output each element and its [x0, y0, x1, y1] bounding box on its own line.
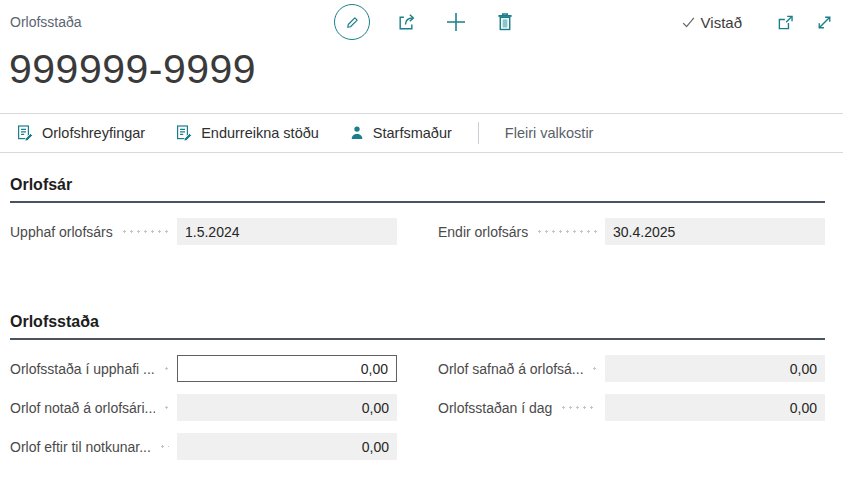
pop-out-icon	[776, 13, 795, 32]
toolbar-item-label: Endurreikna stöðu	[201, 125, 319, 141]
field-label: Orlof safnað á orlofsá...	[438, 361, 583, 377]
section-fields: Orlofsstaða í upphafi ... Orlof notað á …	[10, 355, 825, 472]
action-toolbar: Orlofshreyfingar Endurreikna stöðu Starf…	[0, 113, 843, 153]
edit-button[interactable]	[334, 4, 370, 40]
page-caption: Orlofsstaða	[10, 14, 82, 30]
plus-icon	[444, 10, 468, 34]
share-button[interactable]	[396, 11, 418, 33]
dotted-leader	[159, 445, 169, 448]
page-header: Orlofsstaða	[0, 0, 850, 44]
expand-icon	[815, 13, 834, 32]
document-edit-icon	[16, 124, 34, 142]
dotted-leader	[591, 367, 597, 370]
field-label: Orlofsstaða í upphafi ...	[10, 361, 155, 377]
header-right-controls: Vistað	[681, 13, 834, 32]
open-in-window-button[interactable]	[776, 13, 795, 32]
header-action-bar	[334, 4, 516, 40]
field-label: Endir orlofsárs	[438, 224, 528, 240]
dotted-leader	[163, 406, 169, 409]
toolbar-item-orlofshreyfingar[interactable]: Orlofshreyfingar	[16, 124, 145, 142]
toolbar-divider	[478, 122, 479, 144]
field-orlof-eftir: Orlof eftir til notkunar...	[10, 433, 397, 460]
section-orlofsstada: Orlofsstaða Orlofsstaða í upphafi ... Or…	[10, 313, 825, 472]
endir-orlofsars-input	[605, 218, 825, 245]
orlofsstada-card-page: Orlofsstaða	[0, 0, 850, 486]
delete-button[interactable]	[494, 11, 516, 33]
section-fields: Upphaf orlofsárs Endir orlofsárs	[10, 218, 825, 257]
section-heading[interactable]: Orlofsár	[10, 176, 825, 203]
field-orlof-notad: Orlof notað á orlofsári...	[10, 394, 397, 421]
person-icon	[349, 125, 365, 141]
field-label: Orlof notað á orlofsári...	[10, 400, 155, 416]
field-upphaf-orlofsars: Upphaf orlofsárs	[10, 218, 397, 245]
orlof-notad-input	[177, 394, 397, 421]
dotted-leader	[536, 230, 597, 233]
orlof-safnad-input	[605, 355, 825, 382]
section-orlofsar: Orlofsár Upphaf orlofsárs Endir orlofsár…	[10, 176, 825, 257]
dotted-leader	[121, 230, 169, 233]
toolbar-item-endurreikna-stodu[interactable]: Endurreikna stöðu	[175, 124, 319, 142]
toolbar-item-starfsmadur[interactable]: Starfsmaður	[349, 125, 452, 141]
toolbar-item-fleiri-valkostir[interactable]: Fleiri valkostir	[505, 125, 594, 141]
dotted-leader	[560, 406, 597, 409]
field-label: Orlofsstaðan í dag	[438, 400, 552, 416]
upphaf-orlofsars-input	[177, 218, 397, 245]
share-icon	[396, 11, 418, 33]
toolbar-item-label: Starfsmaður	[373, 125, 452, 141]
pencil-icon	[344, 14, 361, 31]
field-label: Orlof eftir til notkunar...	[10, 439, 151, 455]
field-column-right: Endir orlofsárs	[438, 218, 825, 257]
orlof-eftir-input	[177, 433, 397, 460]
field-column-left: Orlofsstaða í upphafi ... Orlof notað á …	[10, 355, 397, 472]
field-orlof-safnad: Orlof safnað á orlofsá...	[438, 355, 825, 382]
toolbar-item-label: Orlofshreyfingar	[42, 125, 145, 141]
field-column-right: Orlof safnað á orlofsá... Orlofsstaðan í…	[438, 355, 825, 472]
section-heading[interactable]: Orlofsstaða	[10, 313, 825, 340]
card-content: Orlofsár Upphaf orlofsárs Endir orlofsár…	[0, 176, 850, 472]
save-status: Vistað	[681, 14, 742, 31]
document-edit-icon	[175, 124, 193, 142]
expand-button[interactable]	[815, 13, 834, 32]
dotted-leader	[163, 367, 169, 370]
record-title: 999999-9999	[9, 46, 850, 92]
trash-icon	[494, 11, 516, 33]
save-status-label: Vistað	[701, 14, 742, 31]
check-icon	[681, 15, 696, 30]
field-label: Upphaf orlofsárs	[10, 224, 113, 240]
new-button[interactable]	[444, 10, 468, 34]
field-column-left: Upphaf orlofsárs	[10, 218, 397, 257]
field-orlofsstadan-i-dag: Orlofsstaðan í dag	[438, 394, 825, 421]
orlofsstada-i-upphafi-input[interactable]	[177, 355, 397, 382]
field-endir-orlofsars: Endir orlofsárs	[438, 218, 825, 245]
field-orlofsstada-i-upphafi: Orlofsstaða í upphafi ...	[10, 355, 397, 382]
toolbar-item-label: Fleiri valkostir	[505, 125, 594, 141]
orlofsstadan-i-dag-input	[605, 394, 825, 421]
